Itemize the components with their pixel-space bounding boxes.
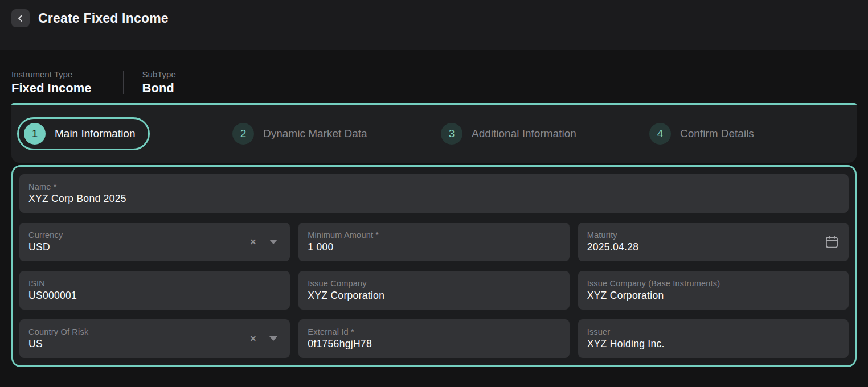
instrument-meta: Instrument Type Fixed Income SubType Bon…: [11, 69, 857, 96]
issue-company-label: Issue Company: [308, 279, 560, 288]
instrument-type-value: Fixed Income: [11, 81, 92, 96]
minimum-amount-field[interactable]: Minimum Amount * 1 000: [298, 223, 569, 261]
back-button[interactable]: [11, 9, 30, 27]
step-confirm-details[interactable]: 4 Confirm Details: [642, 117, 851, 150]
currency-controls: ✕: [250, 238, 278, 246]
subtype-label: SubType: [142, 69, 176, 79]
isin-label: ISIN: [28, 279, 281, 288]
external-id-label: External Id *: [308, 327, 560, 336]
name-field[interactable]: Name * XYZ Corp Bond 2025: [19, 174, 849, 213]
chevron-down-icon[interactable]: [269, 336, 277, 341]
clear-icon[interactable]: ✕: [250, 238, 257, 246]
subtype: SubType Bond: [124, 69, 176, 96]
step-additional-information[interactable]: 3 Additional Information: [434, 117, 642, 150]
step-pill: 4 Confirm Details: [642, 117, 768, 150]
step-number-badge: 1: [24, 123, 46, 145]
isin-field[interactable]: ISIN US000001: [19, 271, 290, 310]
issuer-label: Issuer: [587, 327, 840, 336]
step-pill: 1 Main Information: [17, 117, 150, 150]
wizard-stepper: 1 Main Information 2 Dynamic Market Data…: [11, 103, 857, 163]
chevron-down-icon[interactable]: [269, 240, 277, 244]
currency-value: USD: [28, 241, 281, 253]
instrument-type: Instrument Type Fixed Income: [11, 69, 123, 96]
isin-value: US000001: [28, 290, 281, 302]
name-field-value: XYZ Corp Bond 2025: [28, 193, 840, 205]
issue-company-base-field[interactable]: Issue Company (Base Instruments) XYZ Cor…: [578, 271, 849, 310]
minimum-amount-label: Minimum Amount *: [308, 230, 560, 240]
step-dynamic-market-data[interactable]: 2 Dynamic Market Data: [226, 117, 434, 150]
currency-select[interactable]: Currency USD ✕: [19, 223, 290, 261]
step-main-information[interactable]: 1 Main Information: [17, 117, 226, 150]
external-id-field[interactable]: External Id * 0f1756hgjH78: [298, 319, 569, 358]
step-label: Main Information: [55, 127, 136, 140]
issue-company-value: XYZ Corporation: [308, 290, 560, 302]
instrument-type-label: Instrument Type: [11, 69, 92, 79]
step-pill: 3 Additional Information: [434, 117, 591, 150]
issue-company-base-value: XYZ Corporation: [587, 290, 840, 302]
step-number-badge: 3: [441, 123, 462, 145]
maturity-value: 2025.04.28: [587, 241, 840, 253]
minimum-amount-value: 1 000: [308, 241, 560, 253]
external-id-value: 0f1756hgjH78: [308, 338, 560, 350]
issuer-value: XYZ Holding Inc.: [587, 338, 840, 350]
subtype-value: Bond: [142, 81, 176, 96]
step-pill: 2 Dynamic Market Data: [226, 117, 382, 150]
issue-company-field[interactable]: Issue Company XYZ Corporation: [298, 271, 569, 310]
step-label: Additional Information: [472, 127, 576, 140]
page-header: Create Fixed Income: [0, 0, 868, 50]
page-title: Create Fixed Income: [38, 9, 169, 27]
step-label: Dynamic Market Data: [263, 127, 367, 140]
maturity-field[interactable]: Maturity 2025.04.28: [578, 223, 849, 261]
maturity-label: Maturity: [587, 230, 840, 240]
country-of-risk-value: US: [28, 338, 281, 350]
chevron-left-icon: [16, 14, 25, 23]
create-fixed-income-page: Create Fixed Income Instrument Type Fixe…: [0, 0, 868, 367]
calendar-icon[interactable]: [824, 234, 840, 250]
issue-company-base-label: Issue Company (Base Instruments): [587, 279, 840, 288]
country-of-risk-label: Country Of Risk: [28, 327, 281, 336]
country-of-risk-controls: ✕: [250, 335, 278, 343]
name-field-label: Name *: [28, 182, 840, 191]
country-of-risk-select[interactable]: Country Of Risk US ✕: [19, 319, 290, 358]
step-number-badge: 4: [649, 123, 671, 145]
currency-label: Currency: [28, 230, 281, 240]
main-information-form: Name * XYZ Corp Bond 2025 Currency USD ✕…: [11, 165, 857, 367]
clear-icon[interactable]: ✕: [250, 335, 257, 343]
issuer-field[interactable]: Issuer XYZ Holding Inc.: [578, 319, 849, 358]
step-label: Confirm Details: [680, 127, 754, 140]
step-number-badge: 2: [232, 123, 254, 145]
